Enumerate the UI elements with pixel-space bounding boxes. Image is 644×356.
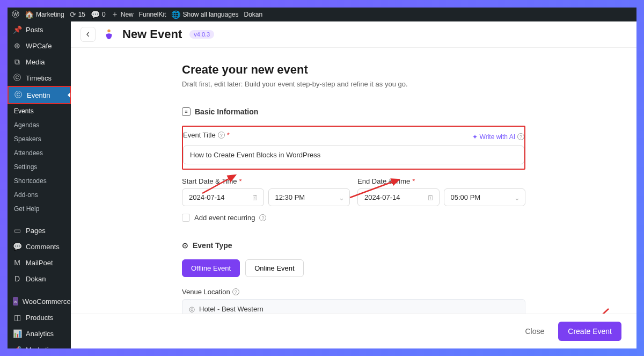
page-header: New Event v4.0.3 [71,21,636,48]
sidebar-sub-settings[interactable]: Settings [8,160,71,174]
end-date-label: End Date & Time * [357,177,525,185]
sidebar-item-mailpoet[interactable]: MMailPoet [8,255,71,271]
start-date-label: Start Date & Time * [182,177,350,185]
help-icon[interactable]: ? [218,132,225,139]
dokan-link[interactable]: Dokan [244,11,263,18]
new-link[interactable]: ＋New [111,10,134,19]
site-link[interactable]: 🏠Marketing [25,10,64,19]
sidebar-item-products[interactable]: ◫Products [8,309,71,325]
recurring-checkbox[interactable] [182,214,190,222]
sidebar-sub-attendees[interactable]: Attendees [8,146,71,160]
close-button[interactable]: Close [518,323,551,340]
pin-icon: ⊙ [182,241,188,250]
sparkle-icon: ✦ [472,133,478,141]
form-heading: Create your new event [182,63,525,77]
event-title-label: Event Title ? * [183,131,230,139]
create-event-button[interactable]: Create Event [558,322,621,341]
sidebar-sub-speakers[interactable]: Speakers [8,132,71,146]
location-icon: ◎ [189,305,195,313]
event-title-input[interactable] [183,146,524,164]
sidebar-sub-events[interactable]: Events [8,104,71,118]
timetics-icon: ⓒ [13,74,21,82]
wpcafe-icon: ⊕ [13,41,21,50]
sidebar-sub-addons[interactable]: Add-ons [8,188,71,202]
mailpoet-icon: M [13,258,21,267]
eventin-logo [103,28,115,40]
start-time-input[interactable] [268,188,350,206]
help-icon[interactable]: ? [259,214,266,221]
wp-logo[interactable]: ⓦ [12,10,19,19]
comments-icon: 💬 [13,242,21,251]
products-icon: ◫ [13,313,21,322]
admin-topbar: ⓦ 🏠Marketing ⟳15 💬0 ＋New FunnelKit 🌐Show… [8,8,636,21]
sidebar-item-comments[interactable]: 💬Comments [8,238,71,255]
sidebar-sub-gethelp[interactable]: Get Help [8,202,71,216]
form-subtitle: Draft first, edit later: Build your even… [182,80,525,88]
marketing-icon: 📣 [13,345,21,348]
page-title: New Event [122,27,182,41]
sidebar-item-wpcafe[interactable]: ⊕WPCafe [8,38,71,54]
funnelkit-link[interactable]: FunnelKit [139,11,166,18]
help-icon[interactable]: ? [517,133,524,140]
media-icon: ⧉ [13,57,21,66]
venue-location-label: Venue Location ? [182,288,525,296]
analytics-icon: 📊 [13,329,21,338]
dokan-icon: D [13,274,21,283]
back-button[interactable] [80,27,96,42]
online-event-button[interactable]: Online Event [245,259,303,277]
help-icon[interactable]: ? [232,288,239,295]
updates-link[interactable]: ⟳15 [70,10,85,19]
sidebar-item-dokan[interactable]: DDokan [8,271,71,287]
sidebar-item-eventin[interactable]: ⓒEventin [8,86,71,104]
sidebar-item-analytics[interactable]: 📊Analytics [8,325,71,342]
offline-event-button[interactable]: Offline Event [182,259,240,277]
list-icon: ≡ [182,107,191,116]
sidebar-item-marketing[interactable]: 📣Marketing [8,342,71,348]
comments-link[interactable]: 💬0 [91,10,106,19]
end-date-input[interactable] [357,188,440,206]
version-badge: v4.0.3 [189,30,214,39]
admin-sidebar: 📌Posts ⊕WPCafe ⧉Media ⓒTimetics ⓒEventin… [8,21,71,348]
section-event-type: ⊙ Event Type [182,241,525,250]
sidebar-item-posts[interactable]: 📌Posts [8,21,71,38]
sidebar-item-timetics[interactable]: ⓒTimetics [8,70,71,86]
sidebar-sub-shortcodes[interactable]: Shortcodes [8,174,71,188]
sidebar-item-woocommerce[interactable]: wWooCommerce [8,293,71,309]
write-with-ai-link[interactable]: ✦ Write with AI ? [472,133,524,141]
sidebar-item-pages[interactable]: ▭Pages [8,222,71,238]
start-date-input[interactable] [182,188,264,206]
sidebar-sub-agendas[interactable]: Agendas [8,118,71,132]
end-time-input[interactable] [444,188,526,206]
svg-point-0 [107,30,111,33]
eventin-icon: ⓒ [14,91,23,99]
pin-icon: 📌 [13,25,21,34]
languages-link[interactable]: 🌐Show all languages [171,10,238,19]
section-basic-info: ≡ Basic Information [182,107,525,116]
woo-icon: w [13,297,18,306]
page-footer: Close Create Event [71,314,636,348]
sidebar-item-media[interactable]: ⧉Media [8,54,71,70]
pages-icon: ▭ [13,226,21,235]
recurring-label: Add event recurring [194,214,255,222]
